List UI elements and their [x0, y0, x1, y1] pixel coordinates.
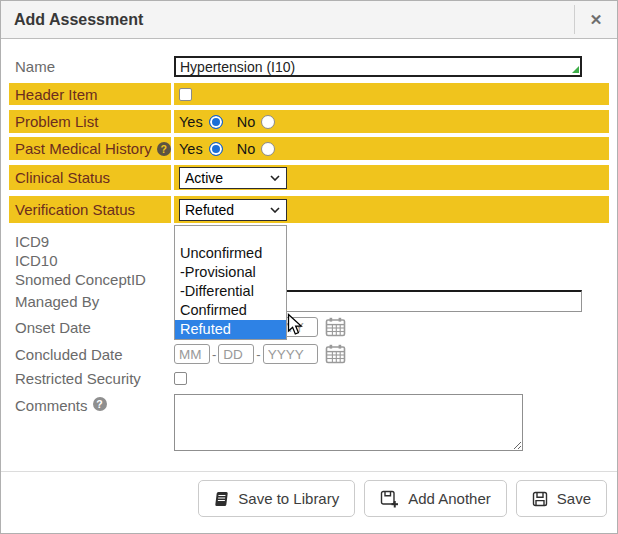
- dialog-title: Add Assessment: [1, 11, 574, 29]
- help-icon[interactable]: ?: [93, 397, 107, 411]
- option-blank[interactable]: [175, 226, 286, 244]
- managed-by-label: Managed By: [9, 293, 171, 310]
- restricted-security-row: Restricted Security: [9, 370, 609, 386]
- concluded-date-label: Concluded Date: [9, 346, 171, 363]
- save-to-library-button[interactable]: Save to Library: [198, 480, 355, 517]
- past-medical-history-label: Past Medical History: [15, 140, 152, 157]
- dialog-body: Name Header Item Problem List Yes No Pas…: [1, 54, 617, 451]
- comments-row: Comments ?: [9, 394, 609, 451]
- icd9-row: ICD9: [9, 232, 609, 251]
- icd10-row: ICD10: [9, 251, 609, 270]
- restricted-security-label: Restricted Security: [9, 370, 171, 387]
- clinical-status-row: Clinical Status Active: [9, 165, 609, 190]
- option-unconfirmed[interactable]: Unconfirmed: [175, 244, 286, 263]
- help-icon[interactable]: ?: [157, 142, 171, 156]
- add-another-label: Add Another: [408, 490, 491, 507]
- verification-status-select[interactable]: Refuted: [179, 199, 287, 221]
- name-input[interactable]: [174, 56, 582, 77]
- close-icon: ✕: [590, 11, 603, 29]
- problem-list-yes-radio[interactable]: [209, 115, 223, 129]
- comments-label: Comments: [15, 397, 88, 414]
- icd9-label: ICD9: [9, 233, 171, 250]
- verification-status-value: Refuted: [185, 202, 234, 218]
- concluded-date-row: Concluded Date - -: [9, 343, 609, 365]
- name-input-wrap: [174, 56, 582, 77]
- date-separator: -: [256, 347, 260, 362]
- save-button[interactable]: Save: [516, 480, 607, 517]
- save-to-library-label: Save to Library: [238, 490, 339, 507]
- snomed-conceptid-row: Snomed ConceptID: [9, 270, 609, 289]
- verification-status-dropdown: Unconfirmed -Provisional -Differential C…: [174, 225, 287, 340]
- managed-by-row: Managed By: [9, 289, 609, 313]
- problem-list-no-label: No: [237, 114, 256, 130]
- concluded-calendar-button[interactable]: [325, 344, 346, 364]
- onset-date-row: Onset Date - -: [9, 316, 609, 338]
- add-assessment-dialog: Add Assessment ✕ Name Header Item Proble…: [0, 0, 618, 534]
- header-item-label: Header Item: [9, 83, 171, 105]
- save-label: Save: [557, 490, 591, 507]
- pmh-yes-label: Yes: [179, 141, 203, 157]
- name-label: Name: [9, 58, 171, 75]
- problem-list-yes-label: Yes: [179, 114, 203, 130]
- date-separator: -: [212, 347, 216, 362]
- clinical-status-select[interactable]: Active: [179, 167, 287, 189]
- problem-list-row: Problem List Yes No: [9, 110, 609, 133]
- past-medical-history-row: Past Medical History ? Yes No: [9, 137, 609, 160]
- verification-status-label: Verification Status: [9, 196, 171, 223]
- header-item-checkbox[interactable]: [179, 88, 192, 101]
- restricted-security-checkbox[interactable]: [174, 372, 187, 385]
- icd10-label: ICD10: [9, 252, 171, 269]
- header-item-row: Header Item: [9, 83, 609, 105]
- option-differential[interactable]: -Differential: [175, 282, 286, 301]
- verification-status-row: Verification Status Refuted: [9, 196, 609, 223]
- close-button[interactable]: ✕: [575, 1, 617, 38]
- option-confirmed[interactable]: Confirmed: [175, 301, 286, 320]
- option-provisional[interactable]: -Provisional: [175, 263, 286, 282]
- pmh-no-radio[interactable]: [261, 142, 275, 156]
- clinical-status-value: Active: [185, 170, 223, 186]
- chevron-down-icon: [270, 175, 280, 181]
- clinical-status-label: Clinical Status: [9, 165, 171, 190]
- onset-calendar-button[interactable]: [325, 317, 346, 337]
- dialog-footer: Save to Library Add Another Save: [1, 471, 617, 517]
- onset-date-label: Onset Date: [9, 319, 171, 336]
- option-refuted[interactable]: Refuted: [175, 320, 286, 339]
- book-icon: [214, 491, 229, 507]
- chevron-down-icon: [270, 207, 280, 213]
- concluded-year-input[interactable]: [263, 344, 318, 364]
- concluded-day-input[interactable]: [218, 344, 254, 364]
- comments-textarea[interactable]: [174, 394, 523, 451]
- pmh-no-label: No: [237, 141, 256, 157]
- pmh-yes-radio[interactable]: [209, 142, 223, 156]
- calendar-icon: [325, 317, 346, 337]
- dialog-titlebar: Add Assessment ✕: [1, 1, 617, 39]
- problem-list-no-radio[interactable]: [261, 115, 275, 129]
- snomed-conceptid-label: Snomed ConceptID: [9, 271, 171, 288]
- problem-list-label: Problem List: [9, 110, 171, 133]
- save-plus-icon: [380, 490, 399, 508]
- save-icon: [532, 491, 548, 507]
- name-row: Name: [9, 54, 609, 79]
- add-another-button[interactable]: Add Another: [364, 480, 507, 517]
- concluded-month-input[interactable]: [174, 344, 210, 364]
- calendar-icon: [325, 344, 346, 364]
